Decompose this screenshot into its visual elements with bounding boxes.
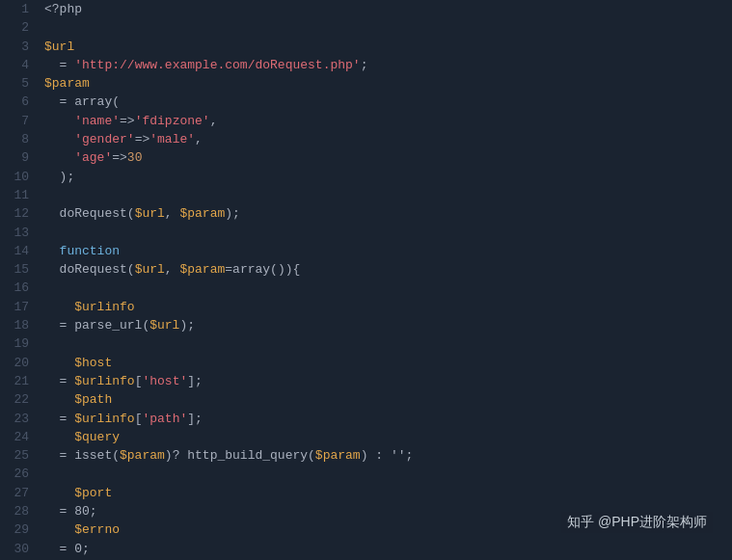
code-line: 'name'=>'fdipzone', [44,112,732,130]
token: $port [44,486,112,500]
token: $url [135,262,165,277]
token: ()){ [270,262,300,277]
token: ); [44,170,74,184]
token: ); [225,206,240,221]
token: ); [179,318,195,333]
code-editor: 1234567891011121314151617181920212223242… [0,0,732,560]
token: $errno [44,522,120,537]
token: = array( [44,94,120,109]
line-number: 18 [0,316,37,334]
code-line: <?php [44,0,732,18]
code-line [44,224,732,242]
token: 'male' [149,132,195,147]
token: = [44,374,74,388]
code-line: $urlinfo [44,298,732,316]
line-number: 28 [0,502,37,520]
token: => [120,114,135,128]
line-number: 6 [0,93,37,111]
token: $url [149,318,179,333]
token: $url [44,40,74,54]
token: => [135,132,150,147]
code-line: = 'http://www.example.com/doRequest.php'… [44,56,732,74]
token: 'fdipzone' [135,114,210,128]
token: function [44,244,120,258]
token: 'http://www.example.com/doRequest.php' [74,58,360,72]
code-line: $host [44,354,732,372]
line-number: 22 [0,390,37,409]
line-number: 9 [0,148,37,167]
token: $host [44,356,112,370]
line-number: 8 [0,130,37,148]
token: <?php [44,2,82,16]
token: ) : ''; [361,448,414,463]
code-line: $param [44,74,732,93]
line-number: 27 [0,484,37,502]
line-number: 16 [0,279,37,297]
code-line: = 0; [44,540,732,558]
line-number: 3 [0,38,37,56]
code-line: 'gender'=>'male', [44,130,732,148]
code-line: ); [44,168,732,186]
line-number: 5 [0,74,37,93]
line-number: 20 [0,354,37,372]
line-number: 17 [0,298,37,316]
token: $urlinfo [44,300,135,314]
code-line [44,18,732,37]
token: 'gender' [44,132,135,147]
token: doRequest( [44,206,135,221]
line-number: 13 [0,224,37,242]
token: = parse_url( [44,318,149,333]
token: 'name' [44,114,120,128]
token: = [44,58,74,72]
token: = isset( [44,448,120,463]
line-number: 10 [0,168,37,186]
line-number: 23 [0,410,37,428]
code-line [44,279,732,297]
code-line [44,186,732,204]
code-line: = $urlinfo['host']; [44,372,732,390]
line-numbers: 1234567891011121314151617181920212223242… [0,0,37,560]
code-content: <?php $url = 'http://www.example.com/doR… [37,0,732,560]
token: ]; [187,374,203,388]
token: = 0; [44,542,90,556]
token: ; [361,58,368,72]
code-line: doRequest($url, $param); [44,204,732,223]
line-number: 11 [0,186,37,204]
line-number: 29 [0,520,37,539]
line-number: 14 [0,242,37,260]
code-line: $url [44,38,732,56]
token: , [210,114,218,128]
token: $param [44,76,90,91]
token: , [195,132,203,147]
token: $param [120,448,165,463]
token: 'path' [142,412,187,426]
token: 30 [127,150,143,165]
token: => [112,150,127,165]
line-number: 1 [0,0,37,18]
token: ]; [187,412,203,426]
line-number: 4 [0,56,37,74]
token: = [225,262,232,277]
line-number: 25 [0,446,37,465]
code-line: = parse_url($url); [44,316,732,334]
line-number: 26 [0,465,37,483]
token: array [232,262,270,277]
code-line [44,334,732,353]
token: = 80; [44,504,97,519]
token: )? http_build_query( [165,448,315,463]
token: , [165,262,180,277]
line-number: 12 [0,204,37,223]
code-line: $query [44,428,732,446]
code-line: 'age'=>30 [44,148,732,167]
code-line: doRequest($url, $param=array()){ [44,260,732,279]
code-line: $port [44,484,732,502]
line-number: 15 [0,260,37,279]
code-line [44,465,732,483]
line-number: 30 [0,540,37,558]
token: 'age' [44,150,112,165]
code-line: = array( [44,93,732,111]
token: $query [44,430,120,444]
token: 'host' [142,374,187,388]
code-line: = $urlinfo['path']; [44,410,732,428]
token: doRequest( [44,262,135,277]
